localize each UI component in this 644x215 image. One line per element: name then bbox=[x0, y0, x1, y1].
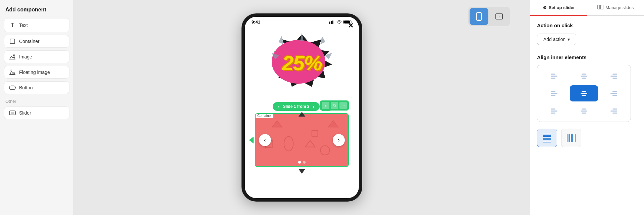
slider-align-button[interactable]: ≡ bbox=[322, 102, 329, 109]
align-middle-right[interactable] bbox=[599, 85, 628, 101]
sidebar-item-button[interactable]: Button bbox=[4, 81, 69, 94]
sidebar: Add component T Text Container Image bbox=[0, 0, 74, 215]
slider-layout-button[interactable]: ⧉ bbox=[331, 102, 338, 109]
svg-point-14 bbox=[339, 23, 340, 24]
svg-marker-21 bbox=[272, 53, 279, 59]
svg-rect-6 bbox=[11, 112, 14, 114]
svg-marker-22 bbox=[272, 121, 282, 127]
slider-label: Slide 1 from 2 bbox=[283, 104, 310, 109]
add-action-button[interactable]: Add action ▾ bbox=[537, 34, 576, 45]
align-top-right[interactable] bbox=[599, 68, 628, 84]
slider-prev-icon[interactable]: ‹ bbox=[278, 104, 280, 109]
align-bottom-left[interactable] bbox=[540, 103, 569, 119]
status-bar: 9:41 bbox=[245, 17, 359, 26]
svg-point-2 bbox=[13, 55, 15, 56]
text-icon: T bbox=[9, 22, 16, 29]
resize-handle-left[interactable] bbox=[249, 137, 254, 143]
svg-marker-20 bbox=[278, 36, 283, 44]
image-icon bbox=[9, 54, 16, 59]
setup-slider-icon: ⚙ bbox=[543, 5, 547, 10]
svg-rect-32 bbox=[543, 138, 551, 140]
promo-text: 25% bbox=[282, 51, 322, 75]
status-time: 9:41 bbox=[252, 19, 260, 25]
close-button[interactable]: ✕ bbox=[348, 22, 354, 30]
phone-frame: 9:41 ✕ bbox=[241, 13, 362, 202]
sidebar-item-slider-label: Slider bbox=[19, 110, 31, 116]
main-canvas: 9:41 ✕ bbox=[74, 0, 530, 215]
sidebar-title: Add component bbox=[4, 7, 69, 13]
align-top-left[interactable] bbox=[540, 68, 569, 84]
sidebar-item-floating-image-label: Floating image bbox=[19, 70, 50, 75]
sidebar-item-image[interactable]: Image bbox=[4, 50, 69, 63]
sidebar-item-floating-image[interactable]: Floating image bbox=[4, 66, 69, 79]
right-panel: ⚙ Set up slider Manage slides Action on … bbox=[530, 0, 644, 215]
sidebar-item-button-label: Button bbox=[19, 85, 33, 90]
align-bottom-right[interactable] bbox=[599, 103, 628, 119]
sidebar-item-image-label: Image bbox=[19, 54, 32, 59]
resize-handle-bottom[interactable] bbox=[299, 169, 305, 174]
slide-dot-1[interactable] bbox=[298, 161, 301, 164]
align-section-title: Align inner elements bbox=[537, 54, 637, 60]
action-section-title: Action on click bbox=[537, 23, 637, 28]
align-distribute-v-button[interactable] bbox=[537, 129, 557, 147]
slider-next-icon[interactable]: › bbox=[313, 104, 314, 109]
tablet-view-button[interactable] bbox=[490, 8, 508, 25]
svg-point-26 bbox=[320, 146, 330, 155]
align-distribute-h-button[interactable] bbox=[561, 129, 581, 147]
svg-rect-31 bbox=[543, 135, 551, 137]
slide-container-wrap: Container ‹ bbox=[255, 113, 349, 167]
align-middle-left[interactable] bbox=[540, 85, 569, 101]
slider-icon bbox=[9, 111, 16, 115]
align-grid bbox=[537, 65, 631, 122]
add-action-chevron: ▾ bbox=[568, 37, 570, 42]
slide-container[interactable]: Container ‹ bbox=[255, 113, 349, 167]
align-bottom-center[interactable] bbox=[570, 103, 598, 119]
slider-toolbar: ≡ ⧉ ⋯ bbox=[320, 100, 349, 111]
svg-rect-36 bbox=[571, 134, 573, 142]
sidebar-item-text[interactable]: T Text bbox=[4, 18, 69, 32]
slider-more-button[interactable]: ⋯ bbox=[339, 102, 347, 109]
sidebar-item-container[interactable]: Container bbox=[4, 35, 69, 48]
svg-rect-35 bbox=[569, 134, 570, 142]
svg-point-24 bbox=[284, 136, 293, 151]
svg-marker-18 bbox=[320, 36, 325, 44]
phone-mockup: 9:41 ✕ bbox=[241, 13, 362, 202]
floating-image-icon bbox=[9, 70, 16, 75]
svg-rect-30 bbox=[600, 5, 603, 9]
slide-dot-2[interactable] bbox=[303, 161, 306, 164]
tab-setup-slider-label: Set up slider bbox=[549, 5, 575, 10]
svg-marker-25 bbox=[305, 140, 315, 147]
sidebar-item-container-label: Container bbox=[19, 39, 40, 44]
svg-point-10 bbox=[499, 16, 499, 17]
button-icon bbox=[9, 85, 16, 90]
right-panel-tabs: ⚙ Set up slider Manage slides bbox=[530, 0, 644, 16]
svg-marker-27 bbox=[328, 121, 338, 127]
mobile-view-button[interactable] bbox=[470, 8, 488, 25]
container-icon bbox=[9, 39, 16, 44]
svg-rect-11 bbox=[329, 22, 330, 24]
sidebar-item-slider[interactable]: Slider bbox=[4, 106, 69, 119]
align-bottom-row bbox=[537, 129, 637, 147]
slide-next-button[interactable]: › bbox=[333, 134, 345, 146]
slider-nav-bar: ‹ Slide 1 from 2 › + ≡ ⧉ ⋯ bbox=[245, 100, 359, 113]
svg-marker-1 bbox=[10, 56, 15, 59]
svg-rect-29 bbox=[598, 5, 600, 9]
slide-prev-button[interactable]: ‹ bbox=[259, 134, 271, 146]
tab-setup-slider[interactable]: ⚙ Set up slider bbox=[530, 0, 587, 15]
manage-slides-icon bbox=[597, 5, 603, 10]
align-middle-center[interactable] bbox=[570, 85, 598, 101]
align-top-center[interactable] bbox=[570, 68, 598, 84]
resize-handle-top[interactable] bbox=[299, 112, 305, 117]
svg-marker-3 bbox=[10, 72, 15, 75]
other-section-label: Other bbox=[5, 99, 69, 104]
tab-manage-slides[interactable]: Manage slides bbox=[587, 0, 644, 15]
slider-pill: ‹ Slide 1 from 2 › bbox=[273, 102, 320, 111]
svg-point-8 bbox=[479, 19, 480, 20]
promo-burst: 25% bbox=[265, 33, 339, 93]
svg-marker-19 bbox=[325, 53, 332, 59]
svg-rect-13 bbox=[332, 20, 333, 24]
slide-dots bbox=[298, 161, 306, 164]
tab-manage-slides-label: Manage slides bbox=[605, 5, 634, 10]
right-panel-body: Action on click Add action ▾ Align inner… bbox=[530, 16, 644, 215]
slide-wrapper: Container ‹ bbox=[245, 113, 359, 167]
